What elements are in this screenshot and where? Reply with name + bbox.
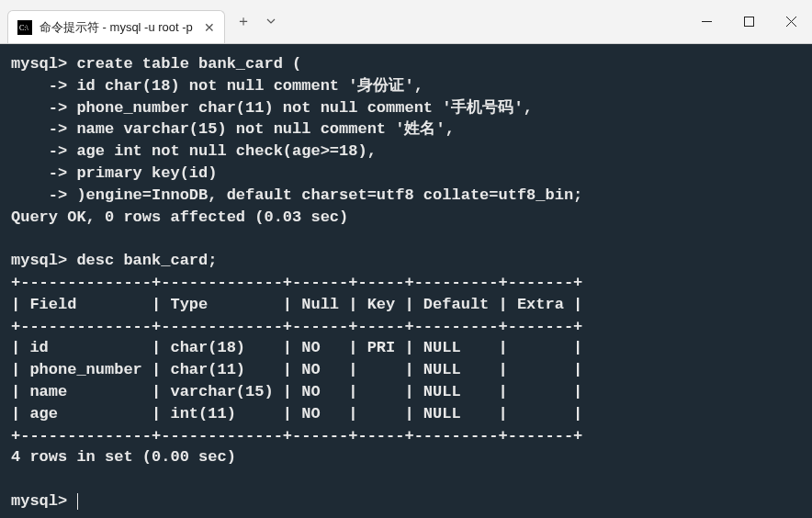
close-button[interactable]: [770, 0, 812, 43]
terminal-line: +--------------+-------------+------+---…: [11, 427, 582, 445]
terminal-output[interactable]: mysql> create table bank_card ( -> id ch…: [0, 44, 812, 518]
new-tab-button[interactable]: ＋: [236, 12, 251, 31]
terminal-line: -> phone_number char(11) not null commen…: [11, 99, 533, 117]
minimize-button[interactable]: [685, 0, 727, 43]
tab-active[interactable]: C:\ 命令提示符 - mysql -u root -p ✕: [7, 10, 225, 43]
terminal-line: Query OK, 0 rows affected (0.03 sec): [11, 208, 348, 226]
terminal-line: | phone_number | char(11) | NO | | NULL …: [11, 361, 582, 378]
terminal-line: mysql> create table bank_card (: [11, 55, 301, 73]
window-titlebar: C:\ 命令提示符 - mysql -u root -p ✕ ＋: [0, 0, 812, 44]
svg-rect-2: [744, 17, 753, 27]
cursor-icon: [77, 493, 78, 510]
svg-text:C:\: C:\: [19, 24, 29, 32]
tab-actions: ＋: [225, 0, 276, 43]
terminal-line: 4 rows in set (0.00 sec): [11, 448, 236, 466]
cmd-icon: C:\: [17, 20, 32, 35]
terminal-line: +--------------+-------------+------+---…: [11, 318, 582, 335]
tabs-area: C:\ 命令提示符 - mysql -u root -p ✕: [0, 0, 225, 43]
terminal-line: -> )engine=InnoDB, default charset=utf8 …: [11, 186, 582, 204]
terminal-line: -> name varchar(15) not null comment '姓名…: [11, 120, 455, 138]
terminal-line: +--------------+-------------+------+---…: [11, 274, 582, 291]
terminal-line: -> primary key(id): [11, 164, 217, 182]
window-controls: [685, 0, 812, 43]
terminal-line: | age | int(11) | NO | | NULL | |: [11, 405, 582, 422]
terminal-prompt: mysql>: [11, 492, 76, 510]
terminal-line: -> id char(18) not null comment '身份证',: [11, 77, 423, 95]
tab-dropdown-button[interactable]: [265, 14, 276, 30]
tab-title: 命令提示符 - mysql -u root -p: [39, 19, 193, 36]
terminal-line: -> age int not null check(age>=18),: [11, 142, 377, 160]
terminal-line: | id | char(18) | NO | PRI | NULL | |: [11, 339, 582, 356]
terminal-line: | name | varchar(15) | NO | | NULL | |: [11, 383, 582, 400]
terminal-line: mysql> desc bank_card;: [11, 252, 217, 269]
tab-close-button[interactable]: ✕: [200, 20, 215, 35]
terminal-line: | Field | Type | Null | Key | Default | …: [11, 296, 582, 313]
maximize-button[interactable]: [727, 0, 770, 43]
